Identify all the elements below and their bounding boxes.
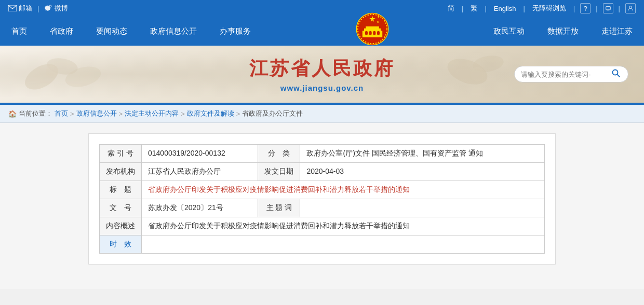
breadcrumb-home[interactable]: 首页 bbox=[55, 109, 68, 118]
value-doc-num: 苏政办发〔2020〕21号 bbox=[142, 199, 258, 217]
simplified-link[interactable]: 简 bbox=[446, 4, 457, 13]
traditional-link[interactable]: 繁 bbox=[468, 4, 479, 13]
label-doc-num: 文 号 bbox=[100, 199, 142, 217]
svg-rect-11 bbox=[365, 31, 367, 35]
header-area: 江苏省人民政府 www.jiangsu.gov.cn bbox=[0, 46, 644, 103]
user-icon[interactable] bbox=[625, 3, 636, 13]
value-index-num: 014000319/2020-00132 bbox=[142, 145, 258, 163]
label-title: 标 题 bbox=[100, 181, 142, 199]
search-box[interactable] bbox=[514, 66, 628, 82]
search-icon[interactable] bbox=[612, 69, 620, 79]
svg-point-22 bbox=[46, 65, 58, 78]
nav-jiangsu[interactable]: 走进江苏 bbox=[590, 19, 644, 44]
label-keywords: 主 题 词 bbox=[258, 199, 300, 217]
document-title-link[interactable]: 省政府办公厅印发关于积极应对疫情影响促进消费回补和潜力释放若干举措的通知 bbox=[148, 185, 410, 193]
divider: | bbox=[37, 5, 39, 12]
value-keywords bbox=[300, 199, 545, 217]
table-row: 标 题 省政府办公厅印发关于积极应对疫情影响促进消费回补和潜力释放若干举措的通知 bbox=[100, 181, 545, 199]
help-icon[interactable]: ? bbox=[580, 3, 591, 13]
table-row: 发布机构 江苏省人民政府办公厅 发文日期 2020-04-03 bbox=[100, 163, 545, 181]
decorative-left bbox=[21, 51, 114, 99]
nav-home[interactable]: 首页 bbox=[0, 19, 38, 44]
table-row: 时 效 bbox=[100, 235, 545, 254]
home-icon: 🏠 bbox=[8, 110, 17, 118]
nav-news[interactable]: 要闻动态 bbox=[85, 19, 139, 44]
doc-card: 索 引 号 014000319/2020-00132 分 类 政府办公室(厅)文… bbox=[88, 133, 556, 265]
value-publisher: 江苏省人民政府办公厅 bbox=[142, 163, 258, 181]
accessibility-link[interactable]: 无障碍浏览 bbox=[530, 4, 568, 13]
search-input[interactable] bbox=[521, 71, 612, 78]
table-row: 文 号 苏政办发〔2020〕21号 主 题 词 bbox=[100, 199, 545, 217]
svg-point-1 bbox=[49, 5, 51, 7]
svg-rect-2 bbox=[606, 6, 610, 9]
svg-rect-12 bbox=[369, 31, 371, 35]
current-position-label: 当前位置： bbox=[19, 109, 52, 118]
breadcrumb-docs[interactable]: 政府文件及解读 bbox=[187, 109, 234, 118]
svg-rect-13 bbox=[373, 31, 375, 35]
label-category: 分 类 bbox=[258, 145, 300, 163]
breadcrumb-active-disclosure[interactable]: 法定主动公开内容 bbox=[125, 109, 179, 118]
svg-rect-10 bbox=[366, 26, 379, 29]
svg-line-27 bbox=[618, 75, 620, 77]
emblem bbox=[356, 12, 389, 46]
value-summary: 省政府办公厅印发关于积极应对疫情影响促进消费回补和潜力释放若干举措的通知 bbox=[142, 217, 545, 235]
table-row: 索 引 号 014000319/2020-00132 分 类 政府办公室(厅)文… bbox=[100, 145, 545, 163]
nav-province-gov[interactable]: 省政府 bbox=[38, 19, 85, 44]
value-title[interactable]: 省政府办公厅印发关于积极应对疫情影响促进消费回补和潜力释放若干举措的通知 bbox=[142, 181, 545, 199]
nav-items: 首页 省政府 要闻动态 政府信息公开 办事服务 bbox=[0, 17, 644, 46]
mail-icon[interactable]: 邮箱 bbox=[8, 4, 32, 13]
english-link[interactable]: English bbox=[492, 5, 518, 12]
svg-point-5 bbox=[629, 6, 632, 8]
top-bar-right: 简 | 繁 | English | 无障碍浏览 | ? | | bbox=[446, 3, 636, 13]
site-url: www.jiangsu.gov.cn bbox=[249, 84, 395, 92]
svg-point-25 bbox=[471, 67, 485, 81]
decorative-right bbox=[436, 48, 519, 96]
nav-services[interactable]: 办事服务 bbox=[208, 19, 262, 44]
table-row: 内容概述 省政府办公厅印发关于积极应对疫情影响促进消费回补和潜力释放若干举措的通… bbox=[100, 217, 545, 235]
main-content: 索 引 号 014000319/2020-00132 分 类 政府办公室(厅)文… bbox=[0, 123, 644, 289]
label-summary: 内容概述 bbox=[100, 217, 142, 235]
label-date: 发文日期 bbox=[258, 163, 300, 181]
breadcrumb: 🏠 当前位置： 首页 > 政府信息公开 > 法定主动公开内容 > 政府文件及解读… bbox=[0, 105, 644, 123]
header-center: 江苏省人民政府 www.jiangsu.gov.cn bbox=[249, 56, 395, 92]
doc-table: 索 引 号 014000319/2020-00132 分 类 政府办公室(厅)文… bbox=[99, 144, 545, 254]
label-validity: 时 效 bbox=[100, 235, 142, 254]
breadcrumb-info-public[interactable]: 政府信息公开 bbox=[76, 109, 117, 118]
nav-data-open[interactable]: 数据开放 bbox=[536, 19, 590, 44]
svg-rect-14 bbox=[377, 31, 379, 35]
value-validity bbox=[142, 235, 545, 254]
screen-icon[interactable] bbox=[603, 3, 613, 13]
label-publisher: 发布机构 bbox=[100, 163, 142, 181]
nav-interaction[interactable]: 政民互动 bbox=[482, 19, 536, 44]
weibo-link[interactable]: 微博 bbox=[44, 4, 68, 13]
site-title: 江苏省人民政府 bbox=[249, 56, 395, 81]
label-index-num: 索 引 号 bbox=[100, 145, 142, 163]
top-bar: 邮箱 | 微博 简 | 繁 | English | 无障碍浏览 | ? | | bbox=[0, 0, 644, 17]
top-bar-left: 邮箱 | 微博 bbox=[8, 4, 68, 13]
nav-bar: 首页 省政府 要闻动态 政府信息公开 办事服务 bbox=[0, 17, 644, 46]
value-date: 2020-04-03 bbox=[300, 163, 545, 181]
breadcrumb-current: 省政府及办公厅文件 bbox=[242, 109, 303, 118]
nav-info-public[interactable]: 政府信息公开 bbox=[139, 19, 208, 44]
value-category: 政府办公室(厅)文件 国民经济管理、国有资产监管 通知 bbox=[300, 145, 545, 163]
